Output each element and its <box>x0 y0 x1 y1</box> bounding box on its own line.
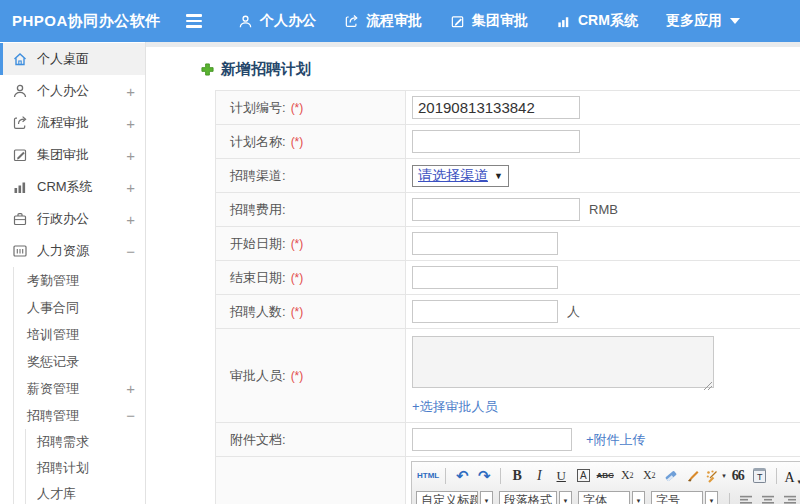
form-row-headcount: 招聘人数: (*) 人 <box>216 295 800 329</box>
field-label: 招聘费用: <box>216 193 406 226</box>
channel-select[interactable]: 请选择渠道 ▼ <box>412 165 509 187</box>
blockquote-button[interactable]: 66 <box>728 466 748 486</box>
caret-down-icon[interactable]: ▼ <box>480 491 493 504</box>
paragraph-format-combo[interactable]: 段落格式 ▼ <box>499 491 572 504</box>
form-row-approvers: 审批人员: (*) +选择审批人员 <box>216 329 800 423</box>
bar-chart-icon <box>556 14 571 29</box>
font-size-combo[interactable]: 字号 ▼ <box>651 491 718 504</box>
superscript-button[interactable]: X2 <box>617 466 637 486</box>
sidebar-subitem-recruitment[interactable]: 招聘管理 − <box>14 402 145 429</box>
subitem-label: 招聘需求 <box>37 433 89 451</box>
top-menu-personal-office[interactable]: 个人办公 <box>224 0 330 42</box>
cost-input[interactable] <box>412 198 580 221</box>
align-left-icon[interactable] <box>736 491 756 504</box>
subitem-label: 招聘管理 <box>27 407 79 425</box>
subitem-label: 奖惩记录 <box>27 353 79 371</box>
expand-plus-icon[interactable]: + <box>126 180 135 195</box>
user-icon <box>12 83 28 99</box>
top-menu-workflow-approval[interactable]: 流程审批 <box>330 0 436 42</box>
workflow-icon <box>12 115 28 131</box>
top-menu-crm[interactable]: CRM系统 <box>542 0 652 42</box>
separator <box>776 468 777 484</box>
required-mark: (*) <box>291 271 304 285</box>
field-label: 招聘渠道: <box>216 159 406 192</box>
sidebar-subitem-recruit-plan[interactable]: 招聘计划 <box>26 455 145 481</box>
strikethrough-button[interactable]: ABC <box>595 466 615 486</box>
subitem-label: 人才库 <box>37 485 76 503</box>
align-right-icon[interactable] <box>780 491 800 504</box>
expand-plus-icon[interactable]: + <box>126 116 135 131</box>
html-source-button[interactable]: HTML <box>417 466 439 486</box>
headcount-input[interactable] <box>412 300 558 323</box>
caret-down-icon[interactable]: ▼ <box>632 491 645 504</box>
top-menu: 个人办公 流程审批 集团审批 CRM系统 更多应用 <box>224 0 754 42</box>
app-logo[interactable]: PHPOA协同办公软件 <box>0 12 186 31</box>
paste-icon[interactable]: T <box>750 466 770 486</box>
sidebar-subitem-hr-contract[interactable]: 人事合同 <box>14 294 145 321</box>
subitem-label: 考勤管理 <box>27 272 79 290</box>
sidebar-item-group-approval[interactable]: 集团审批 + <box>0 139 145 171</box>
sidebar-item-hr[interactable]: 人力资源 − <box>0 235 145 267</box>
sidebar-item-admin-office[interactable]: 行政办公 + <box>0 203 145 235</box>
redo-icon[interactable]: ↷ <box>474 466 494 486</box>
subitem-label: 人事合同 <box>27 299 79 317</box>
required-mark: (*) <box>291 135 304 149</box>
sidebar-item-desktop[interactable]: 个人桌面 <box>0 43 145 75</box>
unit-suffix: 人 <box>567 303 580 321</box>
autotypeset-button[interactable]: A <box>573 466 593 486</box>
top-menu-label: 更多应用 <box>666 12 722 30</box>
expand-plus-icon[interactable]: + <box>126 212 135 227</box>
heading-combo[interactable]: 自定义标题 ▼ <box>416 491 493 504</box>
sidebar-subitem-attendance[interactable]: 考勤管理 <box>14 267 145 294</box>
sidebar-item-workflow-approval[interactable]: 流程审批 + <box>0 107 145 139</box>
sidebar: 个人桌面 个人办公 + 流程审批 + 集团审批 + <box>0 42 146 504</box>
eraser-icon[interactable] <box>661 466 681 486</box>
field-label: 开始日期: (*) <box>216 227 406 260</box>
collapse-minus-icon[interactable]: − <box>126 244 135 259</box>
home-icon <box>12 51 28 67</box>
bold-button[interactable]: B <box>507 466 527 486</box>
sidebar-subitem-talent-pool[interactable]: 人才库 <box>26 481 145 504</box>
attachment-input[interactable] <box>412 428 572 451</box>
caret-down-icon[interactable]: ▼ <box>559 491 572 504</box>
sidebar-subitem-training[interactable]: 培训管理 <box>14 321 145 348</box>
italic-button[interactable]: I <box>529 466 549 486</box>
separator <box>729 493 730 504</box>
hamburger-menu-icon[interactable] <box>186 14 202 28</box>
sidebar-item-personal-office[interactable]: 个人办公 + <box>0 75 145 107</box>
top-menu-more-apps[interactable]: 更多应用 <box>652 0 754 42</box>
collapse-minus-icon[interactable]: − <box>126 408 135 423</box>
format-painter-icon[interactable]: ▾ <box>705 466 726 486</box>
font-color-button[interactable]: A ▾ <box>783 466 800 486</box>
sidebar-subitem-recruit-demand[interactable]: 招聘需求 <box>26 429 145 455</box>
top-menu-group-approval[interactable]: 集团审批 <box>436 0 542 42</box>
end-date-input[interactable] <box>412 266 558 289</box>
approvers-textarea[interactable] <box>412 336 714 388</box>
channel-select-value: 请选择渠道 <box>418 167 488 185</box>
toolbar-row-2: 自定义标题 ▼ 段落格式 ▼ 字体 ▼ <box>416 488 800 504</box>
edit-icon <box>450 14 465 29</box>
page-title: 新增招聘计划 <box>201 60 800 79</box>
start-date-input[interactable] <box>412 232 558 255</box>
undo-icon[interactable]: ↶ <box>452 466 472 486</box>
expand-plus-icon[interactable]: + <box>126 381 135 396</box>
expand-plus-icon[interactable]: + <box>126 148 135 163</box>
expand-plus-icon[interactable]: + <box>126 84 135 99</box>
sidebar-item-crm[interactable]: CRM系统 + <box>0 171 145 203</box>
briefcase-icon <box>12 211 28 227</box>
attachment-upload-link[interactable]: +附件上传 <box>586 431 646 449</box>
brush-icon[interactable] <box>683 466 703 486</box>
plan-name-input[interactable] <box>412 130 580 153</box>
subscript-button[interactable]: X2 <box>639 466 659 486</box>
sidebar-subitem-rewards[interactable]: 奖惩记录 <box>14 348 145 375</box>
sidebar-item-label: 流程审批 <box>37 114 89 132</box>
select-approvers-link[interactable]: +选择审批人员 <box>412 398 498 416</box>
align-center-icon[interactable] <box>758 491 778 504</box>
font-family-combo[interactable]: 字体 ▼ <box>578 491 645 504</box>
underline-button[interactable]: U <box>551 466 571 486</box>
sidebar-subitem-salary[interactable]: 薪资管理 + <box>14 375 145 402</box>
plan-no-input[interactable] <box>412 96 580 119</box>
caret-down-icon[interactable]: ▼ <box>705 491 718 504</box>
content-top-strip <box>146 42 800 47</box>
rich-text-editor: HTML ↶ ↷ B I U A ABC X2 <box>411 461 800 504</box>
